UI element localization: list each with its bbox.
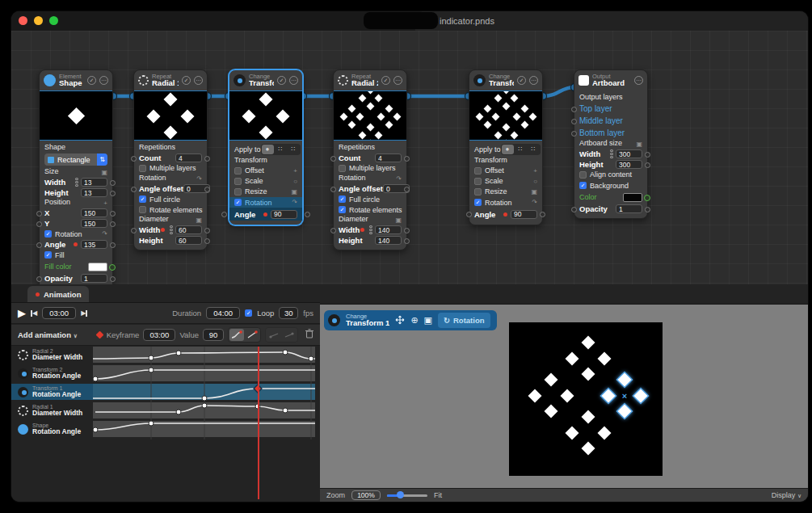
node-menu-icon[interactable]: ⋯ xyxy=(99,76,108,85)
offset-toggle-row[interactable]: Offset+ xyxy=(234,166,297,176)
offset-toggle-row[interactable]: Offset+ xyxy=(474,166,537,176)
enable-node-icon[interactable]: ✓ xyxy=(87,76,96,85)
expand-icon[interactable]: ▣ xyxy=(196,217,202,224)
height-input[interactable] xyxy=(81,188,107,197)
apply-all-icon[interactable]: ● xyxy=(502,145,514,154)
background-toggle-row[interactable]: ✓Background xyxy=(579,180,642,191)
fps-input[interactable] xyxy=(279,307,298,319)
enable-node-icon[interactable]: ✓ xyxy=(517,76,526,85)
move-tool-icon[interactable] xyxy=(395,315,405,326)
expand-icon[interactable]: ▣ xyxy=(395,217,402,224)
enable-node-icon[interactable]: ✓ xyxy=(277,76,286,85)
rotation-tool-active[interactable]: ↻ Rotation xyxy=(438,313,490,328)
apply-single-icon[interactable]: ∷ xyxy=(288,145,300,154)
node-menu-icon[interactable]: ⋯ xyxy=(634,76,643,85)
expand-icon[interactable]: ▣ xyxy=(101,169,107,176)
node-transform1[interactable]: ChangeTransform 1 ✓ ⋯ Apply to ● ∷ ∷ Tra… xyxy=(229,69,303,225)
layer-bottom[interactable]: Bottom layer xyxy=(579,127,642,139)
apply-each-icon[interactable]: ∷ xyxy=(275,145,287,154)
opacity-input[interactable] xyxy=(81,274,107,283)
node-menu-icon[interactable]: ⋯ xyxy=(529,76,538,85)
width-input[interactable] xyxy=(375,225,402,234)
shape-type-select[interactable]: Rectangle ⇅ xyxy=(44,153,107,166)
delete-keyframe-button[interactable] xyxy=(305,329,313,341)
y-input[interactable] xyxy=(81,219,107,228)
node-radial1[interactable]: RepeatRadial 1 ✓ ⋯ Repetitions Count Mul… xyxy=(133,69,208,250)
linear-out-button[interactable] xyxy=(282,329,297,341)
keyframe-dot[interactable] xyxy=(74,242,78,246)
angle-offset-input[interactable] xyxy=(183,184,210,193)
node-shape[interactable]: ElementShape ✓ ⋯ Shape Rectangle ⇅ Size▣… xyxy=(39,69,113,299)
link-dimensions-icon[interactable] xyxy=(608,149,614,159)
height-input[interactable] xyxy=(616,160,642,169)
keyframe-curve-area[interactable] xyxy=(93,347,315,439)
node-canvas[interactable]: ElementShape ✓ ⋯ Shape Rectangle ⇅ Size▣… xyxy=(11,31,808,284)
width-input[interactable] xyxy=(616,149,642,158)
minimize-window-button[interactable] xyxy=(34,16,43,25)
ease-out-button[interactable] xyxy=(245,329,259,341)
tab-animation[interactable]: Animation xyxy=(27,286,89,302)
node-menu-icon[interactable]: ⋯ xyxy=(194,76,203,85)
ease-in-button[interactable] xyxy=(229,329,244,341)
full-circle-toggle-row[interactable]: ✓Full circle xyxy=(139,194,202,204)
link-dimensions-icon[interactable] xyxy=(74,178,79,187)
layer-middle[interactable]: Middle layer xyxy=(579,115,642,127)
linear-in-button[interactable] xyxy=(267,329,281,341)
artboard-preview[interactable]: × xyxy=(509,322,663,476)
apply-each-icon[interactable]: ∷ xyxy=(515,145,527,154)
fill-color-swatch[interactable] xyxy=(88,263,107,271)
angle-input[interactable] xyxy=(271,210,297,219)
apply-single-icon[interactable]: ∷ xyxy=(528,145,540,154)
current-time-input[interactable] xyxy=(42,307,76,319)
width-input[interactable] xyxy=(175,225,202,234)
full-circle-toggle-row[interactable]: ✓Full circle xyxy=(339,194,402,204)
duration-input[interactable] xyxy=(206,307,240,319)
rotate-elements-toggle-row[interactable]: ✓Rotate elements xyxy=(339,204,402,215)
multiple-layers-toggle-row[interactable]: Multiple layers xyxy=(339,163,402,174)
node-artboard[interactable]: OutputArtboard ⋯ Output layers Top layer… xyxy=(574,69,648,219)
track-row-transform1[interactable]: Transform 1Rotation Angle xyxy=(11,384,93,400)
count-input[interactable] xyxy=(375,153,402,162)
keyframe-time-input[interactable] xyxy=(143,329,175,341)
loop-checkbox[interactable]: ✓ xyxy=(245,309,252,317)
close-window-button[interactable] xyxy=(19,16,27,25)
resize-toggle-row[interactable]: Resize▣ xyxy=(234,187,297,197)
track-row-transform2[interactable]: Transform 2Rotation Angle xyxy=(11,365,93,381)
node-menu-icon[interactable]: ⋯ xyxy=(393,76,402,85)
fill-toggle-row[interactable]: ✓Fill xyxy=(44,250,107,260)
play-button[interactable]: ▶ xyxy=(18,308,26,318)
height-input[interactable] xyxy=(375,236,402,245)
display-menu[interactable]: Display ∨ xyxy=(772,491,801,499)
skip-to-end-button[interactable]: ▶ xyxy=(81,309,87,317)
preview-viewport[interactable]: ChangeTransform 1 ⊕ ▣ ↻ Rotation × xyxy=(320,304,808,488)
apply-all-icon[interactable]: ● xyxy=(262,145,274,154)
plus-icon[interactable]: + xyxy=(103,200,107,207)
fit-button[interactable]: Fit xyxy=(434,491,442,499)
node-transform2[interactable]: ChangeTransform 2 ✓ ⋯ Apply to ● ∷ ∷ Tra… xyxy=(469,69,543,225)
multiple-layers-toggle-row[interactable]: Multiple layers xyxy=(139,163,202,174)
playhead[interactable] xyxy=(258,347,259,499)
apply-to-segmented-control[interactable]: ● ∷ ∷ xyxy=(261,144,301,155)
height-input[interactable] xyxy=(175,236,202,245)
enable-node-icon[interactable]: ✓ xyxy=(182,76,191,85)
zoom-window-button[interactable] xyxy=(49,16,58,25)
x-input[interactable] xyxy=(81,208,107,217)
node-menu-icon[interactable]: ⋯ xyxy=(289,76,298,85)
width-input[interactable] xyxy=(81,178,107,187)
node-radial2[interactable]: RepeatRadial 2 ✓ ⋯ Repetitions Count Mul… xyxy=(333,69,407,250)
angle-offset-input[interactable] xyxy=(383,184,410,193)
background-color-swatch[interactable] xyxy=(623,193,642,202)
rotate-elements-toggle-row[interactable]: Rotate elements xyxy=(139,204,202,215)
opacity-input[interactable] xyxy=(616,204,642,213)
document-tab[interactable]: indicator.pnds xyxy=(415,11,808,31)
apply-to-segmented-control[interactable]: ● ∷ ∷ xyxy=(501,144,541,155)
resize-tool-icon[interactable]: ▣ xyxy=(424,316,432,325)
rotation-toggle-row[interactable]: ✓Rotation↷ xyxy=(44,229,107,239)
titlebar[interactable]: indicator.pnds xyxy=(11,11,808,31)
keyframe-dot[interactable] xyxy=(161,228,165,232)
rotation-toggle-row[interactable]: ✓Rotation↷ xyxy=(229,197,302,208)
track-row-radial2[interactable]: Radial 2Diameter Width xyxy=(11,347,93,363)
zoom-slider[interactable] xyxy=(387,491,427,499)
link-dimensions-icon[interactable] xyxy=(368,225,373,235)
link-dimensions-icon[interactable] xyxy=(168,225,174,235)
